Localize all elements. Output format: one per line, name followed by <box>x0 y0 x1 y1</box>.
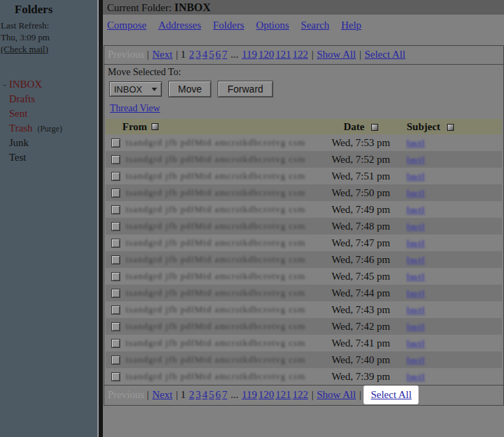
folder-link[interactable]: Trash <box>9 122 33 134</box>
folder-link[interactable]: Drafts <box>9 93 35 104</box>
select-all-link[interactable]: Select All <box>371 389 412 400</box>
folder-link[interactable]: INBOX <box>9 79 42 90</box>
message-checkbox[interactable] <box>111 155 120 164</box>
message-row: tsandgrd jfb pdfMtd amcrstkdbcrotvg csm … <box>106 201 502 218</box>
folder-select[interactable]: INBOX <box>109 81 162 97</box>
page-link[interactable]: 121 <box>275 49 291 60</box>
page-link[interactable]: 3 <box>195 389 201 400</box>
subject-redacted-link[interactable]: lmtl <box>407 138 425 148</box>
page-link[interactable]: 119 <box>242 49 257 60</box>
message-checkbox[interactable] <box>111 189 120 198</box>
thread-view-link[interactable]: Thread View <box>110 103 160 113</box>
column-subject-label: Subject <box>407 121 440 132</box>
folder-item[interactable]: Test <box>9 150 97 165</box>
message-date: Wed, 7:46 pm <box>324 254 398 266</box>
menu-link[interactable]: Addresses <box>158 19 202 31</box>
message-row: tsandgrd jfb pdfMtd amcrstkdbcrotvg csm … <box>106 301 502 318</box>
column-from-label: From <box>122 121 147 133</box>
message-checkbox[interactable] <box>111 239 120 248</box>
subject-redacted-link[interactable]: lmtl <box>407 355 425 365</box>
subject-redacted-link[interactable]: lmtl <box>407 305 425 315</box>
page-link[interactable]: 4 <box>202 49 208 60</box>
page-link[interactable]: 122 <box>293 49 309 60</box>
page-link[interactable]: 2 <box>189 49 195 60</box>
move-button[interactable]: Move <box>168 81 211 97</box>
message-checkbox[interactable] <box>111 322 120 331</box>
folder-item[interactable]: Junk <box>9 136 97 150</box>
message-checkbox[interactable] <box>111 356 120 365</box>
subject-redacted-link[interactable]: lmtl <box>407 221 425 232</box>
show-all-link[interactable]: Show All <box>317 49 356 60</box>
page-link[interactable]: 120 <box>259 389 275 400</box>
message-checkbox[interactable] <box>111 289 120 298</box>
page-link[interactable]: 2 <box>189 389 195 400</box>
subject-redacted-link[interactable]: lmtl <box>407 154 425 165</box>
message-checkbox[interactable] <box>111 172 120 181</box>
folder-purge-link[interactable]: (Purge) <box>38 124 63 134</box>
page-link[interactable]: 5 <box>209 389 214 400</box>
message-date: Wed, 7:48 pm <box>324 221 398 232</box>
page-link[interactable]: 122 <box>293 389 309 400</box>
menu-link[interactable]: Options <box>256 19 289 31</box>
subject-redacted-link[interactable]: lmtl <box>407 271 425 282</box>
last-page-links: 119120121122 <box>241 389 309 400</box>
pagination-top: Previous | Next | 1 234567 ... 119120121… <box>104 46 503 65</box>
folder-link[interactable]: Junk <box>9 137 29 148</box>
subject-redacted-link[interactable]: lmtl <box>407 238 425 248</box>
page-link[interactable]: 3 <box>195 49 201 60</box>
page-link[interactable]: 4 <box>202 389 208 400</box>
sort-subject-icon[interactable] <box>447 124 454 131</box>
message-checkbox[interactable] <box>111 255 120 264</box>
page-link[interactable]: 7 <box>222 49 227 60</box>
sender-redacted: tsandgrd jfb pdfMtd amcrstkdbcrotvg csm <box>126 354 306 365</box>
menu-link[interactable]: Folders <box>213 19 244 31</box>
menu-link[interactable]: Compose <box>107 19 147 31</box>
page-link[interactable]: 5 <box>209 49 214 60</box>
message-checkbox[interactable] <box>111 205 120 214</box>
page-link[interactable]: 120 <box>259 49 275 60</box>
message-date: Wed, 7:44 pm <box>324 287 398 299</box>
next-link[interactable]: Next <box>152 49 172 60</box>
menu-link[interactable]: Search <box>301 19 330 31</box>
sender-redacted: tsandgrd jfb pdfMtd amcrstkdbcrotvg csm <box>126 304 306 315</box>
subject-redacted-link[interactable]: lmtl <box>407 171 425 182</box>
next-link[interactable]: Next <box>152 389 172 400</box>
message-checkbox[interactable] <box>111 138 120 148</box>
select-all-link[interactable]: Select All <box>364 49 405 60</box>
pagination-ellipsis: ... <box>231 389 238 400</box>
message-checkbox[interactable] <box>111 372 120 381</box>
subject-redacted-link[interactable]: lmtl <box>407 372 425 382</box>
subject-redacted-link[interactable]: lmtl <box>407 321 425 332</box>
folder-item[interactable]: Sent <box>9 106 97 121</box>
sort-date-icon[interactable] <box>371 124 378 131</box>
folder-item[interactable]: Trash(Purge) <box>9 121 97 136</box>
page-link[interactable]: 7 <box>222 389 227 400</box>
folder-link[interactable]: Sent <box>9 108 28 119</box>
menu-link[interactable]: Help <box>341 19 361 31</box>
page-link[interactable]: 6 <box>216 49 221 60</box>
message-checkbox[interactable] <box>111 339 120 348</box>
page-link[interactable]: 121 <box>275 389 291 400</box>
folder-item[interactable]: Drafts <box>9 92 97 106</box>
page-link[interactable]: 119 <box>242 389 257 400</box>
subject-redacted-link[interactable]: lmtl <box>407 188 425 198</box>
page-link[interactable]: 6 <box>216 389 221 400</box>
show-all-link[interactable]: Show All <box>317 389 356 400</box>
message-date: Wed, 7:41 pm <box>324 337 398 349</box>
forward-button[interactable]: Forward <box>218 81 273 97</box>
subject-redacted-link[interactable]: lmtl <box>407 255 425 265</box>
sort-from-icon[interactable] <box>152 123 158 130</box>
message-checkbox[interactable] <box>111 272 120 281</box>
folder-link[interactable]: Test <box>9 152 26 163</box>
subject-redacted-link[interactable]: lmtl <box>407 338 425 349</box>
message-row: tsandgrd jfb pdfMtd amcrstkdbcrotvg csm … <box>106 134 502 151</box>
check-mail-link[interactable]: (Check mail) <box>1 44 48 54</box>
current-page: 1 <box>181 389 186 400</box>
message-row: tsandgrd jfb pdfMtd amcrstkdbcrotvg csm … <box>106 268 502 285</box>
message-checkbox[interactable] <box>111 305 120 315</box>
subject-redacted-link[interactable]: lmtl <box>407 288 425 299</box>
folder-item[interactable]: -INBOX <box>9 77 97 92</box>
message-checkbox[interactable] <box>111 222 120 231</box>
previous-link-disabled: Previous <box>108 49 145 60</box>
subject-redacted-link[interactable]: lmtl <box>407 205 425 215</box>
